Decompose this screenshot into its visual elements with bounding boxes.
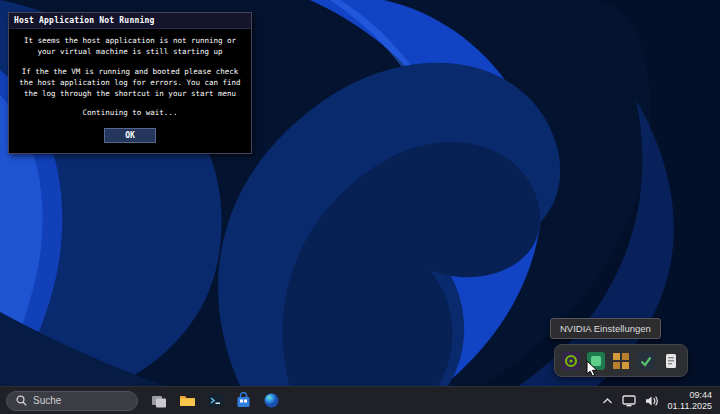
edge-browser-icon[interactable] bbox=[260, 390, 282, 412]
dialog-text-line-1: It seems the host application is not run… bbox=[14, 36, 246, 58]
tray-overflow-popup bbox=[554, 344, 688, 377]
nvidia-settings-tooltip: NVIDIA Einstellungen bbox=[550, 318, 661, 339]
search-icon bbox=[16, 395, 27, 406]
taskbar: Suche bbox=[0, 386, 720, 414]
volume-icon[interactable] bbox=[645, 395, 659, 407]
nvidia-settings-icon[interactable] bbox=[562, 352, 580, 370]
system-tray: 09:44 01.11.2025 bbox=[602, 390, 714, 412]
clock-time: 09:44 bbox=[689, 390, 712, 401]
network-display-icon[interactable] bbox=[622, 395, 636, 407]
orange-grid-tray-icon[interactable] bbox=[612, 352, 630, 370]
file-explorer-icon[interactable] bbox=[176, 390, 198, 412]
desktop: Host Application Not Running It seems th… bbox=[0, 0, 720, 414]
store-app-icon[interactable] bbox=[232, 390, 254, 412]
host-app-dialog: Host Application Not Running It seems th… bbox=[8, 12, 252, 154]
clock-date: 01.11.2025 bbox=[668, 401, 712, 412]
dialog-title: Host Application Not Running bbox=[9, 13, 251, 29]
ok-button[interactable]: OK bbox=[104, 128, 156, 143]
chevron-up-icon[interactable] bbox=[602, 397, 613, 405]
dialog-body: It seems the host application is not run… bbox=[9, 29, 251, 153]
search-box[interactable]: Suche bbox=[6, 391, 138, 411]
task-view-icon[interactable] bbox=[148, 390, 170, 412]
dialog-text-line-3: Continuing to wait... bbox=[14, 108, 246, 119]
dark-green-check-tray-icon[interactable] bbox=[637, 352, 655, 370]
taskbar-clock[interactable]: 09:44 01.11.2025 bbox=[668, 390, 712, 412]
green-app-tray-icon[interactable] bbox=[587, 352, 605, 370]
search-placeholder: Suche bbox=[33, 395, 61, 406]
dialog-text-line-2: If the the VM is running and booted plea… bbox=[14, 67, 246, 100]
taskbar-app-icons bbox=[148, 390, 282, 412]
light-document-tray-icon[interactable] bbox=[662, 352, 680, 370]
terminal-app-icon[interactable] bbox=[204, 390, 226, 412]
